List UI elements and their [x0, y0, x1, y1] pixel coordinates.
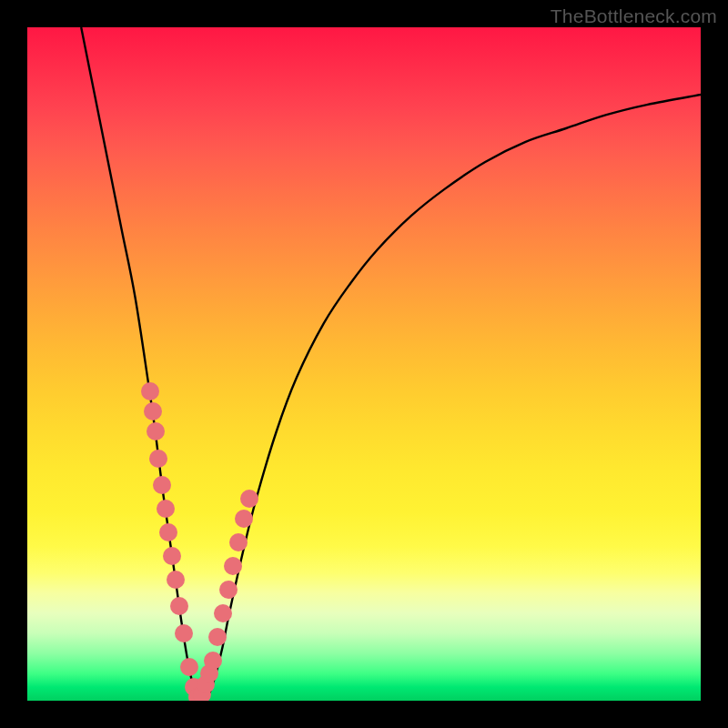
sample-dot	[149, 450, 167, 468]
curve-svg	[27, 27, 701, 701]
sample-dot	[219, 581, 238, 599]
sample-dot	[204, 652, 222, 670]
plot-area	[27, 27, 701, 701]
watermark-text: TheBottleneck.com	[551, 5, 717, 27]
chart-frame: TheBottleneck.com	[0, 0, 728, 728]
sample-dot	[180, 658, 198, 676]
sample-dot	[157, 500, 175, 518]
sample-dot	[144, 402, 162, 420]
sample-dot	[167, 571, 185, 589]
sample-dot	[147, 422, 165, 440]
sample-dot	[141, 382, 159, 400]
sample-dot	[208, 628, 227, 646]
sample-dot	[175, 624, 193, 642]
sample-dot	[163, 547, 181, 565]
sample-dot	[214, 604, 232, 622]
